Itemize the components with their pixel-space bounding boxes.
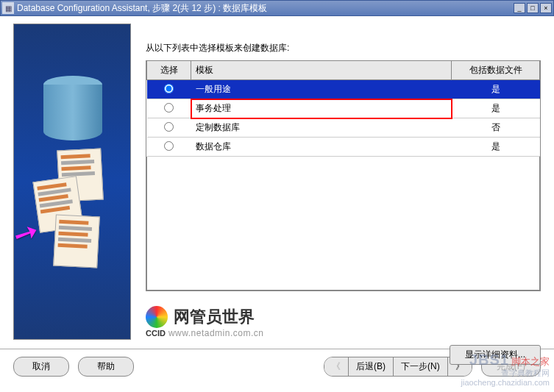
window-controls: _ □ ×: [512, 3, 552, 13]
app-icon: ▦: [2, 2, 14, 14]
column-header-includes: 包括数据文件: [452, 61, 540, 80]
table-row[interactable]: 定制数据库否: [147, 118, 540, 138]
template-includes-cell: 是: [452, 99, 540, 118]
table-row[interactable]: 事务处理是: [147, 99, 540, 118]
template-radio[interactable]: [164, 103, 174, 113]
back-button[interactable]: 后退(B): [349, 357, 394, 376]
watermark-brand: 网管员世界: [174, 306, 255, 328]
watermark-sub: CCID www.netadmin.com.cn: [146, 328, 263, 338]
template-includes-cell: 是: [452, 138, 540, 157]
watermark-logo-icon: [146, 306, 168, 328]
table-row[interactable]: 数据仓库是: [147, 138, 540, 157]
template-name-cell: 定制数据库: [191, 118, 452, 138]
column-header-select: 选择: [147, 61, 191, 80]
window-title: Database Configuration Assistant, 步骤 2(共…: [17, 2, 512, 15]
template-includes-cell: 是: [452, 80, 540, 99]
template-name-cell: 一般用途: [191, 80, 452, 99]
cancel-button[interactable]: 取消: [13, 357, 69, 377]
window-titlebar: ▦ Database Configuration Assistant, 步骤 2…: [0, 0, 554, 16]
template-name-cell: 数据仓库: [191, 138, 452, 157]
template-table: 选择 模板 包括数据文件 一般用途是事务处理是定制数据库否数据仓库是: [146, 60, 541, 291]
minimize-button[interactable]: _: [514, 3, 525, 13]
table-row[interactable]: 一般用途是: [147, 80, 540, 99]
wizard-illustration: ➚: [13, 24, 131, 340]
template-radio[interactable]: [164, 122, 174, 132]
template-includes-cell: 否: [452, 118, 540, 138]
back-arrow-button[interactable]: 《: [324, 357, 349, 376]
close-button[interactable]: ×: [540, 3, 552, 13]
instruction-text: 从以下列表中选择模板来创建数据库:: [146, 42, 541, 54]
help-button[interactable]: 帮助: [78, 357, 134, 377]
column-header-template: 模板: [191, 61, 452, 80]
template-radio[interactable]: [164, 141, 174, 151]
page-watermark: 网管员世界: [146, 306, 255, 328]
template-radio[interactable]: [164, 84, 174, 93]
template-name-cell: 事务处理: [191, 99, 452, 118]
show-details-button[interactable]: 显示详细资料...: [450, 345, 541, 365]
next-button[interactable]: 下一步(N): [394, 357, 448, 376]
maximize-button[interactable]: □: [527, 3, 539, 13]
